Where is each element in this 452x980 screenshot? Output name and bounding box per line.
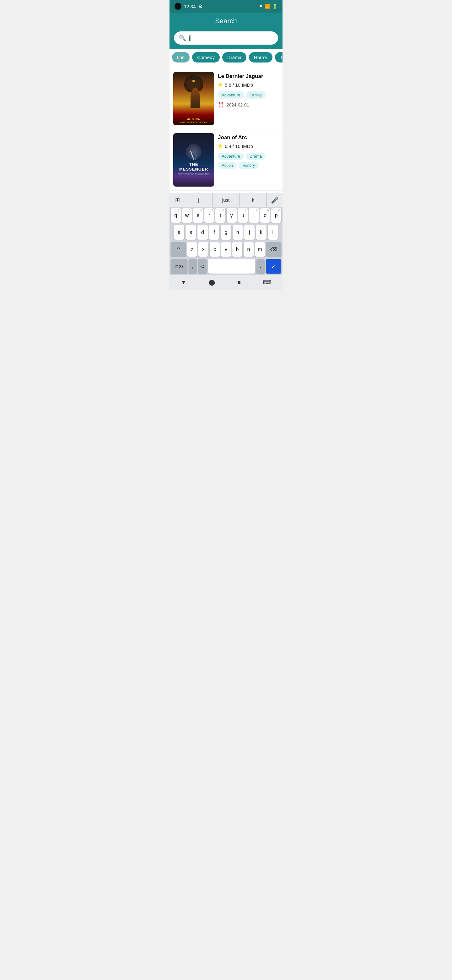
key-u[interactable]: u7 xyxy=(238,208,248,223)
key-d[interactable]: d xyxy=(197,225,208,240)
key-b[interactable]: b xyxy=(232,242,242,257)
signal-icon: 📶 xyxy=(265,4,270,9)
key-j[interactable]: j xyxy=(244,225,255,240)
key-period[interactable]: . xyxy=(257,259,265,274)
key-x[interactable]: x xyxy=(198,242,208,257)
key-z[interactable]: z xyxy=(187,242,197,257)
key-emoji[interactable]: ☺ xyxy=(198,259,206,274)
movie-date-1: ⏰ 2024-02-01 xyxy=(218,102,279,108)
key-p[interactable]: p0 xyxy=(271,208,281,223)
genre-chip-horror[interactable]: Horror xyxy=(249,52,273,62)
star-icon-1: ★ xyxy=(218,81,223,88)
search-box[interactable]: 🔍 j xyxy=(173,31,279,45)
poster1-line1: AUTUMN xyxy=(180,118,207,121)
key-shift[interactable]: ⇧ xyxy=(171,242,186,257)
genre-tag-history-2[interactable]: History xyxy=(239,162,259,169)
genre-tags-1: Adventure Family xyxy=(218,91,279,99)
movie-poster-1: AUTUMN AND THE BLACK JAGUAR xyxy=(173,72,214,125)
key-enter[interactable]: ✓ xyxy=(266,259,281,274)
search-icon: 🔍 xyxy=(179,35,186,41)
key-a[interactable]: a xyxy=(174,225,184,240)
keyboard-row-4: ?123 , ☺ . ✓ xyxy=(170,258,282,275)
poster1-line2: AND THE BLACK JAGUAR xyxy=(180,121,207,123)
genre-chip-action[interactable]: tion xyxy=(172,52,190,62)
genre-chip-thriller[interactable]: Thriller xyxy=(275,52,282,62)
key-g[interactable]: g xyxy=(220,225,231,240)
autocomplete-j[interactable]: j xyxy=(185,193,213,207)
genre-tags-2: Adventure Drama Action History xyxy=(218,153,279,169)
key-h[interactable]: h xyxy=(233,225,243,240)
status-time: 12:34 xyxy=(184,4,196,9)
autocomplete-just[interactable]: just xyxy=(213,193,240,207)
key-k[interactable]: k xyxy=(256,225,266,240)
app-title: Search xyxy=(215,17,237,25)
rating-text-1: 5.8 / 10 IMDb xyxy=(225,82,253,88)
key-comma[interactable]: , xyxy=(189,259,197,274)
status-right: ▼ 📶 🔋 xyxy=(259,4,278,9)
search-container: 🔍 j xyxy=(170,31,282,49)
genre-tag-adventure-1[interactable]: Adventure xyxy=(218,91,244,99)
key-e[interactable]: e3 xyxy=(193,208,203,223)
rating-text-2: 6.4 / 10 IMDb xyxy=(225,143,253,149)
movie-info-1: Le Dernier Jaguar ★ 5.8 / 10 IMDb Advent… xyxy=(218,72,279,125)
key-f[interactable]: f xyxy=(209,225,219,240)
genre-tag-drama-2[interactable]: Drama xyxy=(246,153,266,160)
camera-icon xyxy=(174,3,181,10)
key-q[interactable]: q1 xyxy=(171,208,181,223)
nav-back[interactable]: ▼ xyxy=(181,279,186,286)
key-space[interactable] xyxy=(208,259,255,274)
date-text-1: 2024-02-01 xyxy=(227,102,249,107)
key-n[interactable]: n xyxy=(244,242,254,257)
key-w[interactable]: w2 xyxy=(182,208,192,223)
key-t[interactable]: t5 xyxy=(215,208,225,223)
key-r[interactable]: r4 xyxy=(205,208,214,223)
mic-icon[interactable]: 🎤 xyxy=(267,193,282,207)
keyboard-row-1: q1 w2 e3 r4 t5 y6 u7 i8 o9 p0 xyxy=(170,207,282,224)
status-bar: 12:34 ⚙ ▼ 📶 🔋 xyxy=(170,0,282,13)
keyboard: ⊞ j just k 🎤 q1 w2 e3 r4 t5 y6 u7 i8 o9 … xyxy=(170,193,282,290)
key-m[interactable]: m xyxy=(255,242,265,257)
grid-icon[interactable]: ⊞ xyxy=(170,193,185,207)
autocomplete-k[interactable]: k xyxy=(239,193,267,207)
key-v[interactable]: v xyxy=(221,242,231,257)
poster2-subtitle: THE STORY OF JOAN OF ARC xyxy=(178,173,209,176)
app-bar: Search xyxy=(170,13,282,31)
nav-recent[interactable]: ■ xyxy=(237,279,241,286)
movie-card-2[interactable]: THE MESSENGER THE STORY OF JOAN OF ARC J… xyxy=(170,129,282,191)
genre-tag-adventure-2[interactable]: Adventure xyxy=(218,153,244,160)
cursor xyxy=(190,35,191,41)
genre-tag-family-1[interactable]: Family xyxy=(246,91,265,99)
nav-bar: ▼ ⬤ ■ ⌨ xyxy=(170,275,282,290)
key-numbers[interactable]: ?123 xyxy=(171,259,187,274)
battery-icon: 🔋 xyxy=(272,4,278,9)
shift-icon: ⇧ xyxy=(176,247,181,253)
clock-icon-1: ⏰ xyxy=(218,102,224,108)
movie-title-1: Le Dernier Jaguar xyxy=(218,73,279,80)
status-left: 12:34 ⚙ xyxy=(174,3,203,10)
keyboard-row-2: a s d f g h j k l xyxy=(170,224,282,241)
genre-scroll[interactable]: tion Comedy Drama Horror Thriller xyxy=(170,49,282,66)
key-l[interactable]: l xyxy=(268,225,278,240)
nav-home[interactable]: ⬤ xyxy=(209,279,215,286)
poster2-title: THE MESSENGER xyxy=(176,162,212,172)
genre-chip-comedy[interactable]: Comedy xyxy=(192,52,220,62)
key-i[interactable]: i8 xyxy=(249,208,259,223)
key-o[interactable]: o9 xyxy=(260,208,270,223)
genre-tag-action-2[interactable]: Action xyxy=(218,162,237,169)
key-c[interactable]: c xyxy=(210,242,220,257)
backspace-icon: ⌫ xyxy=(270,247,278,253)
key-y[interactable]: y6 xyxy=(227,208,237,223)
movie-card-1[interactable]: AUTUMN AND THE BLACK JAGUAR Le Dernier J… xyxy=(170,68,282,129)
keyboard-row-3: ⇧ z x c v b n m ⌫ xyxy=(170,241,282,258)
movie-poster-2: THE MESSENGER THE STORY OF JOAN OF ARC xyxy=(173,133,214,186)
settings-icon: ⚙ xyxy=(198,3,203,10)
key-s[interactable]: s xyxy=(186,225,196,240)
autocomplete-bar: ⊞ j just k 🎤 xyxy=(170,193,282,207)
key-backspace[interactable]: ⌫ xyxy=(266,242,281,257)
movie-rating-1: ★ 5.8 / 10 IMDb xyxy=(218,81,279,88)
nav-keyboard[interactable]: ⌨ xyxy=(263,279,271,286)
star-icon-2: ★ xyxy=(218,143,223,150)
movie-info-2: Joan of Arc ★ 6.4 / 10 IMDb Adventure Dr… xyxy=(218,133,279,186)
search-input[interactable]: j xyxy=(189,35,273,41)
genre-chip-drama[interactable]: Drama xyxy=(222,52,246,62)
